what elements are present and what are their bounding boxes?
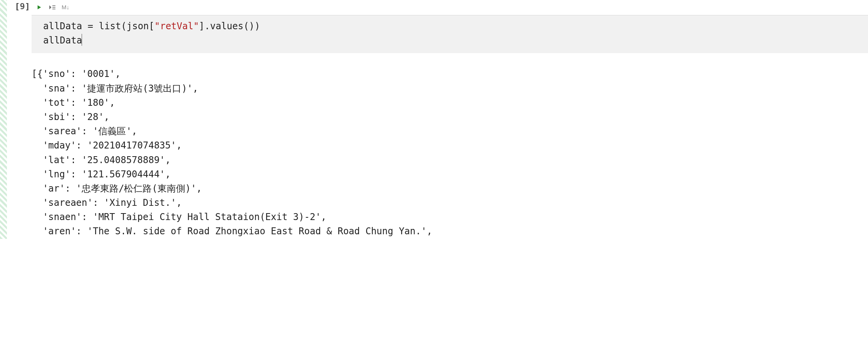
output-line: 'tot': '180', [32,97,115,108]
code-input-area[interactable]: allData = list(json["retVal"].values()) … [32,15,868,53]
output-line: 'sbi': '28', [32,112,109,122]
cell-toolbar: M↓ [32,0,868,15]
cell-execution-indicator [0,0,7,239]
run-line-button[interactable] [49,3,56,11]
code-line-2: allData [43,35,82,46]
cell-output-wrapper: [{'sno': '0001', 'sna': '捷運市政府站(3號出口)', … [32,53,868,239]
output-line: 'aren': 'The S.W. side of Road Zhongxiao… [32,226,432,237]
output-line: 'lng': '121.567904444', [32,169,171,180]
markdown-toggle-button[interactable]: M↓ [62,4,69,10]
output-line: 'sna': '捷運市政府站(3號出口)', [32,83,198,94]
cell-prompt: [9] [7,0,32,239]
code-line-1-post: ].values()) [199,21,260,32]
output-line: 'mday': '20210417074835', [32,140,182,151]
output-line: [{'sno': '0001', [32,68,121,79]
output-line: 'sarea': '信義區', [32,126,137,137]
output-line: 'snaen': 'MRT Taipei City Hall Stataion(… [32,212,327,222]
code-line-1-string: "retVal" [154,21,199,32]
run-cell-button[interactable] [35,3,43,11]
prompt-open-bracket: [ [15,2,20,11]
prompt-close-bracket: ] [25,2,30,11]
notebook-cell: [9] M↓ allData = list(json["retVal"].val… [0,0,868,239]
execution-count: 9 [20,2,25,11]
code-line-1-pre: allData = list(json[ [43,21,154,32]
text-cursor [82,34,82,46]
cell-output: [{'sno': '0001', 'sna': '捷運市政府站(3號出口)', … [32,53,432,239]
output-line: 'lat': '25.0408578889', [32,155,171,165]
run-line-icon [49,5,56,10]
cell-content: M↓ allData = list(json["retVal"].values(… [32,0,868,239]
output-line: 'sareaen': 'Xinyi Dist.', [32,197,182,208]
play-icon [37,5,42,10]
output-line: 'ar': '忠孝東路/松仁路(東南側)', [32,183,202,194]
